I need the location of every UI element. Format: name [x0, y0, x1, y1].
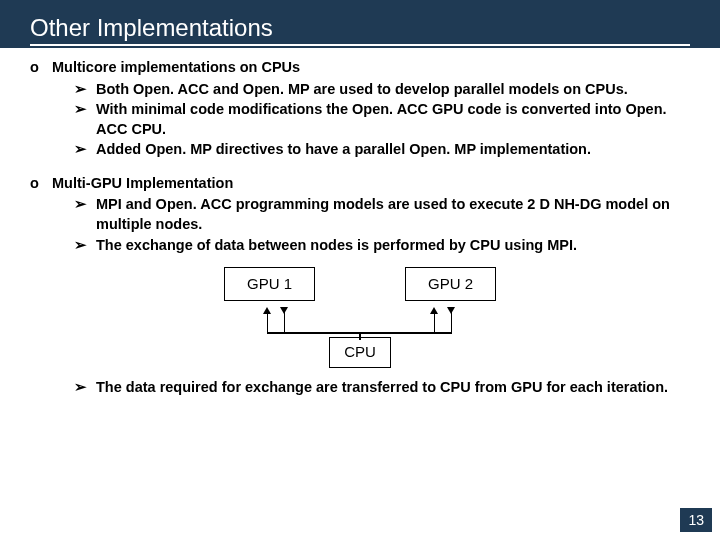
gpu-cpu-diagram: GPU 1 GPU 2 CPU: [30, 267, 690, 368]
list-item: o Multi-GPU Implementation: [30, 174, 690, 194]
connector-line: [267, 313, 269, 333]
list-item: ➢ The exchange of data between nodes is …: [74, 236, 690, 256]
list-item: ➢ With minimal code modifications the Op…: [74, 100, 690, 139]
list-item: ➢ The data required for exchange are tra…: [74, 378, 690, 398]
item-text: The data required for exchange are trans…: [96, 378, 668, 398]
section-multicore: o Multicore implementations on CPUs ➢ Bo…: [30, 58, 690, 160]
title-bar: Other Implementations: [0, 0, 720, 48]
list-item: o Multicore implementations on CPUs: [30, 58, 690, 78]
bullet-circle-icon: o: [30, 58, 52, 78]
connector-line: [434, 313, 436, 333]
bullet-circle-icon: o: [30, 174, 52, 194]
gpu1-box: GPU 1: [224, 267, 315, 301]
gpu2-box: GPU 2: [405, 267, 496, 301]
connector-line: [284, 307, 286, 333]
slide-title: Other Implementations: [30, 14, 690, 46]
page-number: 13: [680, 508, 712, 532]
item-text: With minimal code modifications the Open…: [96, 100, 690, 139]
item-text: The exchange of data between nodes is pe…: [96, 236, 577, 256]
list-item: ➢ Added Open. MP directives to have a pa…: [74, 140, 690, 160]
diagram-connectors: [230, 307, 490, 339]
section-heading: Multi-GPU Implementation: [52, 174, 233, 194]
cpu-box: CPU: [329, 337, 391, 367]
list-item: ➢ Both Open. ACC and Open. MP are used t…: [74, 80, 690, 100]
arrow-bullet-icon: ➢: [74, 236, 96, 256]
item-text: MPI and Open. ACC programming models are…: [96, 195, 690, 234]
section-multigpu: o Multi-GPU Implementation ➢ MPI and Ope…: [30, 174, 690, 397]
diagram-row: GPU 1 GPU 2: [224, 267, 496, 301]
arrow-bullet-icon: ➢: [74, 100, 96, 139]
arrow-bullet-icon: ➢: [74, 140, 96, 160]
list-item: ➢ MPI and Open. ACC programming models a…: [74, 195, 690, 234]
arrow-bullet-icon: ➢: [74, 80, 96, 100]
arrow-bullet-icon: ➢: [74, 195, 96, 234]
item-text: Added Open. MP directives to have a para…: [96, 140, 591, 160]
arrow-bullet-icon: ➢: [74, 378, 96, 398]
item-text: Both Open. ACC and Open. MP are used to …: [96, 80, 628, 100]
connector-line: [359, 332, 361, 340]
slide-content: o Multicore implementations on CPUs ➢ Bo…: [0, 48, 720, 397]
section-heading: Multicore implementations on CPUs: [52, 58, 300, 78]
connector-line: [451, 307, 453, 333]
